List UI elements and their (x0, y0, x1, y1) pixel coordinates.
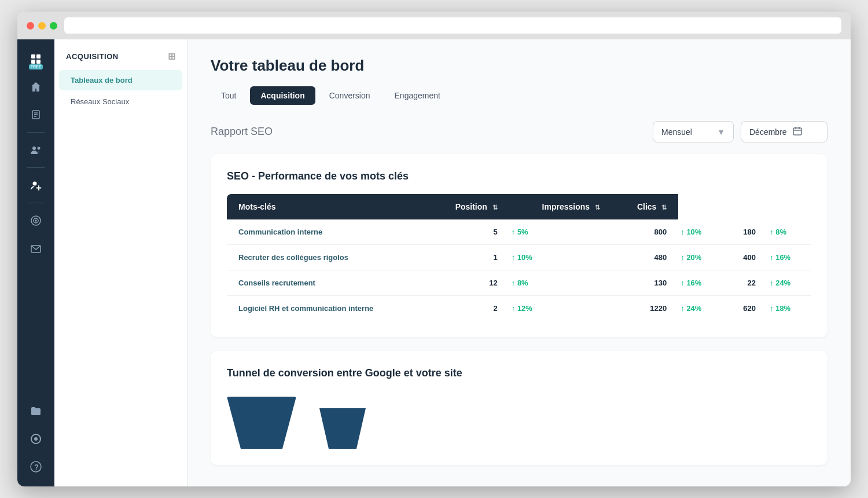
tab-engagement[interactable]: Engagement (384, 86, 451, 105)
tab-bar: Tout Acquisition Conversion Engagement (211, 86, 827, 105)
cell-impressions-trend: ↑ 20% (678, 245, 722, 270)
table-row: Communication interne 5 ↑ 5% 800 ↑ 10% 1… (227, 219, 811, 245)
date-label: Décembre (749, 127, 787, 137)
tab-tout[interactable]: Tout (211, 86, 247, 105)
funnel-shape-1 (227, 397, 296, 449)
minimize-button[interactable] (38, 22, 46, 30)
sort-icon-impressions: ⇅ (595, 204, 600, 211)
sidebar-item-tableaux-de-bord[interactable]: Tableaux de bord (59, 70, 182, 90)
table-header-row: Mots-clés Position ⇅ Impressions ⇅ (227, 194, 811, 219)
sidebar-icon-users[interactable] (23, 137, 49, 163)
tunnel-visual (227, 391, 811, 449)
cell-impressions: 130 (612, 270, 678, 296)
cell-keyword: Logiciel RH et communication interne (227, 296, 426, 321)
dashboard-icon (30, 53, 42, 65)
sidebar-icon-settings[interactable] (23, 426, 49, 452)
target-icon (30, 214, 42, 227)
sidebar-icon-target[interactable] (23, 208, 49, 233)
sidebar-icon-help[interactable]: ? (23, 454, 49, 479)
sidebar-icon-dashboard[interactable]: FREE (23, 46, 49, 72)
expand-icon[interactable]: ⊞ (168, 51, 176, 62)
cell-impressions-trend: ↑ 10% (678, 219, 722, 245)
cell-keyword: Conseils recrutement (227, 270, 426, 296)
maximize-button[interactable] (50, 22, 57, 30)
sidebar-item-reseaux-sociaux[interactable]: Réseaux Sociaux (59, 91, 182, 112)
cell-impressions-trend: ↑ 16% (678, 270, 722, 296)
svg-rect-2 (31, 60, 35, 64)
cell-clics: 180 (722, 219, 767, 245)
table-row: Logiciel RH et communication interne 2 ↑… (227, 296, 811, 321)
close-button[interactable] (27, 22, 34, 30)
cell-position: 5 (426, 219, 509, 245)
sidebar-icon-mail[interactable] (23, 236, 49, 261)
section-header: Rapport SEO Mensuel ▼ Décembre (211, 121, 827, 142)
sidebar-icon-folder[interactable] (23, 398, 49, 424)
sidebar-divider-2 (27, 167, 45, 168)
sidebar-icon-home[interactable] (23, 74, 49, 100)
sort-icon-position: ⇅ (492, 204, 498, 211)
cell-impressions: 480 (612, 245, 678, 270)
cell-position-trend: ↑ 10% (509, 245, 612, 270)
svg-text:?: ? (34, 463, 39, 471)
svg-point-10 (33, 182, 37, 186)
tunnel-card: Tunnel de conversion entre Google et vot… (211, 351, 827, 465)
seo-card: SEO - Performance de vos mots clés Mots-… (211, 154, 827, 337)
cell-impressions: 1220 (612, 296, 678, 321)
sidebar-nav: ACQUISITION ⊞ Tableaux de bord Réseaux S… (54, 39, 187, 486)
col-header-position[interactable]: Position ⇅ (426, 194, 509, 219)
col-header-impressions[interactable]: Impressions ⇅ (509, 194, 612, 219)
browser-window: FREE (17, 12, 851, 486)
table-row: Recruter des collègues rigolos 1 ↑ 10% 4… (227, 245, 811, 270)
seo-card-title: SEO - Performance de vos mots clés (227, 170, 811, 182)
svg-rect-1 (36, 54, 41, 58)
table-row: Conseils recrutement 12 ↑ 8% 130 ↑ 16% 2… (227, 270, 811, 296)
cell-position-trend: ↑ 8% (509, 270, 612, 296)
svg-rect-0 (31, 54, 35, 58)
period-dropdown[interactable]: Mensuel ▼ (653, 121, 734, 142)
app-container: FREE (17, 39, 851, 486)
main-content: Votre tableau de bord Tout Acquisition C… (187, 39, 851, 486)
cell-impressions: 800 (612, 219, 678, 245)
cell-position-trend: ↑ 12% (509, 296, 612, 321)
cell-clics: 22 (722, 270, 767, 296)
svg-rect-3 (36, 60, 41, 64)
col-header-clics[interactable]: Clics ⇅ (612, 194, 678, 219)
settings-icon (30, 433, 42, 445)
help-icon: ? (30, 460, 42, 473)
cell-position-trend: ↑ 5% (509, 219, 612, 245)
calendar-icon (793, 126, 802, 137)
controls: Mensuel ▼ Décembre (653, 121, 827, 142)
sidebar-divider-3 (27, 203, 45, 203)
folder-icon (30, 405, 42, 418)
home-icon (30, 80, 42, 93)
cell-position: 1 (426, 245, 509, 270)
sidebar-section-title: ACQUISITION ⊞ (54, 39, 187, 69)
tab-conversion[interactable]: Conversion (319, 86, 381, 105)
sidebar-icon-user-add[interactable] (23, 173, 49, 198)
tunnel-card-title: Tunnel de conversion entre Google et vot… (227, 367, 811, 379)
svg-rect-19 (793, 128, 801, 135)
sidebar-divider-1 (27, 132, 45, 133)
funnel-shape-2 (319, 408, 366, 449)
sidebar-icon-document[interactable] (23, 102, 49, 127)
cell-impressions-trend: ↑ 24% (678, 296, 722, 321)
sort-icon-clics: ⇅ (661, 204, 667, 211)
svg-point-8 (32, 147, 36, 150)
col-header-keywords[interactable]: Mots-clés (227, 194, 426, 219)
tab-acquisition[interactable]: Acquisition (250, 86, 315, 105)
browser-chrome (17, 12, 851, 39)
cell-clics: 620 (722, 296, 767, 321)
cell-clics-trend: ↑ 8% (767, 219, 811, 245)
cell-clics-trend: ↑ 24% (767, 270, 811, 296)
svg-point-15 (35, 220, 36, 221)
users-icon (30, 144, 42, 156)
cell-clics: 400 (722, 245, 767, 270)
cell-position: 12 (426, 270, 509, 296)
svg-point-9 (38, 147, 41, 150)
address-bar[interactable] (64, 17, 841, 34)
period-label: Mensuel (661, 127, 692, 137)
sidebar-icons: FREE (17, 39, 54, 486)
document-icon (30, 108, 42, 121)
date-picker[interactable]: Décembre (741, 121, 827, 142)
section-title-label: ACQUISITION (66, 52, 119, 61)
